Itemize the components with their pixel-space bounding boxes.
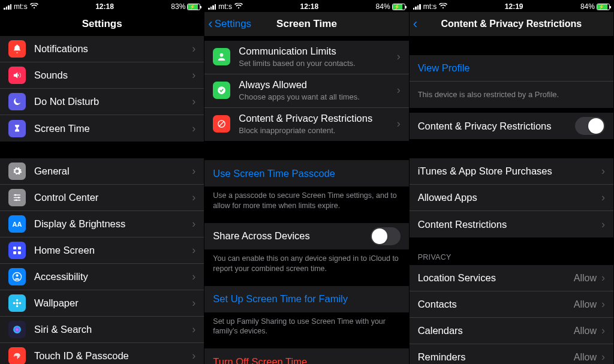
row-sublabel: Set limits based on your contacts.	[239, 59, 396, 68]
row-value: Allow	[574, 273, 597, 284]
battery-pct: 84%	[376, 2, 390, 11]
chevron-right-icon: ›	[192, 191, 195, 204]
clock: 12:19	[505, 2, 523, 11]
page-title: Settings	[82, 18, 122, 30]
row-label: Set Up Screen Time for Family	[213, 293, 400, 305]
row-always-allowed[interactable]: Always Allowed Choose apps you want at a…	[204, 74, 408, 108]
row-label: Use Screen Time Passcode	[213, 168, 400, 179]
battery-icon: ⚡	[392, 4, 405, 10]
back-label: Settings	[215, 18, 251, 30]
status-bar: mt:s 12:18 83% ⚡	[0, 0, 204, 12]
chevron-left-icon: ‹	[208, 17, 212, 31]
restrictions-toggle[interactable]	[575, 117, 605, 135]
chevron-right-icon: ›	[601, 351, 605, 363]
row-contentrestrictions[interactable]: Content Restrictions›	[410, 211, 613, 237]
screen-screentime: mt:s 12:18 84% ⚡ ‹ Settings Screen Time …	[204, 0, 409, 364]
row-label: Sounds	[34, 70, 192, 81]
row-label: Content & Privacy Restrictions	[418, 121, 575, 132]
back-button[interactable]: ‹ Settings	[208, 17, 251, 31]
row-communication-limits[interactable]: Communication Limits Set limits based on…	[204, 41, 408, 74]
row-screentime[interactable]: Screen Time›	[0, 115, 204, 142]
chevron-right-icon: ›	[192, 69, 195, 82]
row-display[interactable]: AADisplay & Brightness›	[0, 211, 204, 237]
controlcenter-icon	[8, 189, 26, 206]
row-itunes[interactable]: iTunes & App Store Purchases›	[410, 158, 613, 185]
row-label: Reminders	[418, 351, 574, 363]
chevron-right-icon: ›	[397, 84, 401, 97]
chevron-right-icon: ›	[601, 272, 605, 284]
accessibility-icon	[8, 268, 26, 285]
wifi-icon	[439, 3, 447, 10]
row-label: Content & Privacy Restrictions	[239, 113, 396, 124]
status-bar: mt:s 12:18 84% ⚡	[204, 0, 408, 12]
row-turnoff[interactable]: Turn Off Screen Time	[204, 348, 408, 364]
battery-icon: ⚡	[187, 4, 200, 10]
wifi-icon	[30, 3, 38, 10]
row-restrictions-toggle[interactable]: Content & Privacy Restrictions	[410, 113, 613, 139]
share-toggle[interactable]	[371, 227, 401, 245]
chevron-right-icon: ›	[601, 165, 605, 178]
chevron-right-icon: ›	[601, 191, 605, 204]
svg-point-15	[13, 302, 16, 305]
row-calendars[interactable]: CalendarsAllow›	[410, 318, 613, 344]
row-view-profile[interactable]: View Profile	[410, 55, 613, 82]
chevron-right-icon: ›	[192, 270, 195, 283]
row-sounds[interactable]: Sounds›	[0, 62, 204, 89]
svg-point-11	[16, 274, 18, 276]
chevron-left-icon: ‹	[413, 17, 417, 31]
row-label: Display & Brightness	[34, 218, 192, 230]
row-accessibility[interactable]: Accessibility›	[0, 264, 204, 290]
row-wallpaper[interactable]: Wallpaper›	[0, 290, 204, 317]
svg-point-4	[18, 197, 20, 198]
profile-help: This device is also restricted by a Prof…	[418, 88, 559, 104]
row-label: Do Not Disturb	[34, 96, 192, 107]
share-help: You can enable this on any device signed…	[204, 249, 408, 274]
row-reminders[interactable]: RemindersAllow›	[410, 344, 613, 364]
row-family[interactable]: Set Up Screen Time for Family	[204, 286, 408, 312]
svg-rect-7	[18, 246, 21, 249]
signal-icon	[4, 4, 11, 10]
family-help: Set up Family Sharing to use Screen Time…	[204, 312, 408, 337]
row-content-privacy[interactable]: Content & Privacy Restrictions Block ina…	[204, 108, 408, 141]
row-share-devices[interactable]: Share Across Devices	[204, 223, 408, 249]
row-passcode[interactable]: Use Screen Time Passcode	[204, 160, 408, 186]
chevron-right-icon: ›	[192, 323, 195, 336]
row-label: iTunes & App Store Purchases	[418, 166, 601, 177]
row-label: Location Services	[418, 272, 574, 284]
row-general[interactable]: General›	[0, 158, 204, 185]
row-label: Share Across Devices	[213, 230, 370, 242]
page-title: Screen Time	[276, 18, 337, 30]
row-contacts[interactable]: ContactsAllow›	[410, 291, 613, 318]
display-icon: AA	[8, 215, 26, 233]
chevron-right-icon: ›	[192, 43, 195, 55]
row-controlcenter[interactable]: Control Center›	[0, 185, 204, 211]
row-label: Siri & Search	[34, 324, 192, 335]
chevron-right-icon: ›	[397, 118, 401, 130]
svg-point-16	[19, 302, 22, 305]
row-allowedapps[interactable]: Allowed Apps›	[410, 185, 613, 211]
signal-icon	[413, 4, 421, 10]
homescreen-icon	[8, 242, 26, 259]
screentime-icon	[8, 120, 26, 137]
row-location[interactable]: Location ServicesAllow›	[410, 265, 613, 291]
profile-help-row: This device is also restricted by a Prof…	[410, 82, 613, 108]
row-label: General	[34, 166, 192, 177]
clock: 12:18	[95, 2, 114, 11]
wifi-icon	[234, 3, 243, 10]
person-icon	[213, 48, 230, 65]
row-label: Home Screen	[34, 245, 192, 256]
row-label: Communication Limits	[239, 46, 396, 57]
screen-settings: mt:s 12:18 83% ⚡ Settings Notifications›…	[0, 0, 204, 364]
battery-pct: 84%	[580, 2, 595, 11]
carrier-label: mt:s	[14, 2, 28, 11]
notifications-icon	[8, 40, 26, 58]
sounds-icon	[8, 67, 26, 84]
signal-icon	[208, 4, 216, 10]
page-title: Content & Privacy Restrictions	[441, 19, 582, 29]
row-dnd[interactable]: Do Not Disturb›	[0, 89, 204, 115]
row-notifications[interactable]: Notifications›	[0, 36, 204, 62]
row-touchid[interactable]: Touch ID & Passcode›	[0, 343, 204, 364]
row-siri[interactable]: Siri & Search›	[0, 317, 204, 343]
row-homescreen[interactable]: Home Screen›	[0, 237, 204, 264]
back-button[interactable]: ‹	[413, 17, 417, 31]
